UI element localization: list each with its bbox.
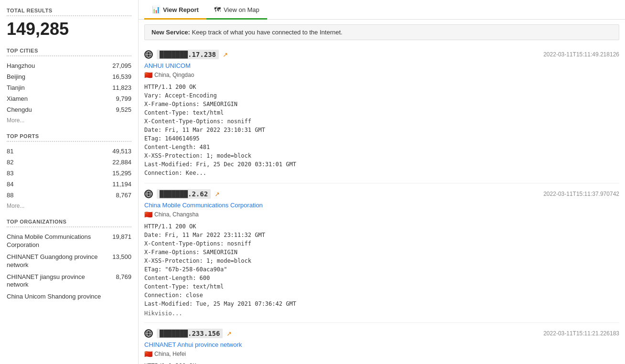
globe-icon [144, 190, 153, 198]
org-link[interactable]: ANHUI UNICOM [144, 62, 191, 69]
total-results-value: 149,285 [7, 19, 131, 39]
result-timestamp: 2022-03-11T15:11:21.226183 [543, 330, 619, 337]
tab-report-label: View Report [163, 6, 199, 13]
port-row: 888,767 [7, 190, 131, 201]
org-name: CHINANET jiangsu province network [7, 273, 102, 289]
port-row: 8222,884 [7, 157, 131, 168]
city-name: Tianjin [7, 84, 25, 91]
location-text: China, Changsha [154, 211, 199, 218]
flag-icon: 🇨🇳 [144, 211, 152, 218]
org-name: China Mobile Communications Corporation [7, 233, 102, 249]
orgs-list: China Mobile Communications Corporation1… [7, 231, 131, 303]
main-panel: 📊 View Report 🗺 View on Map New Service:… [139, 0, 625, 364]
org-name: CHINANET Guangdong province network [7, 253, 102, 269]
ports-more-link[interactable]: More... [7, 203, 24, 209]
city-row: Xiamen9,799 [7, 93, 131, 104]
location-text: China, Hefei [154, 351, 186, 357]
result-ip: ███████.233.156 [157, 329, 223, 338]
org-row: CHINANET jiangsu province network8,769 [7, 271, 131, 291]
tab-map[interactable]: 🗺 View on Map [206, 0, 267, 20]
result-ip-area: ███████.17.238 ↗ [144, 50, 228, 59]
port-name: 81 [7, 148, 13, 155]
result-org: ANHUI UNICOM [144, 62, 619, 69]
external-link-icon[interactable]: ↗ [226, 330, 232, 337]
report-icon: 📊 [152, 6, 160, 13]
port-count: 8,767 [116, 192, 131, 199]
top-orgs-title: TOP ORGANIZATIONS [7, 219, 131, 227]
result-timestamp: 2022-03-11T15:11:37.970742 [543, 191, 619, 197]
result-location: 🇨🇳 China, Changsha [144, 211, 619, 218]
org-count: 8,769 [116, 273, 131, 280]
flag-icon: 🇨🇳 [144, 71, 152, 79]
port-name: 83 [7, 170, 13, 177]
new-service-text: Keep track of what you have connected to… [190, 29, 343, 36]
city-count: 9,525 [116, 106, 131, 113]
org-name: China Unicom Shandong province [7, 293, 101, 301]
result-ip: ███████.17.238 [157, 50, 219, 59]
result-org: China Mobile Communications Corporation [144, 202, 619, 209]
external-link-icon[interactable]: ↗ [215, 191, 220, 198]
port-row: 8315,295 [7, 168, 131, 179]
city-row: Beijing16,539 [7, 71, 131, 82]
result-header: ███████.233.156 ↗ 2022-03-11T15:11:21.22… [144, 329, 619, 338]
port-count: 49,513 [112, 148, 131, 155]
top-ports-title: TOP PORTS [7, 133, 131, 142]
org-link[interactable]: CHINANET Anhui province network [144, 341, 242, 348]
ports-list: 8149,5138222,8848315,2958411,194888,767 [7, 146, 131, 201]
city-count: 9,799 [116, 95, 131, 102]
result-timestamp: 2022-03-11T15:11:49.218126 [543, 51, 619, 58]
external-link-icon[interactable]: ↗ [223, 51, 228, 58]
city-name: Chengdu [7, 106, 32, 113]
result-ip-area: ███████.2.62 ↗ [144, 189, 220, 199]
result-response: HTTP/1.1 200 OK Vary: Accept-Encoding X-… [144, 83, 619, 177]
result-response: HTTP/1.1 200 OK Date: Fri, 11 Mar 2022 2… [144, 362, 619, 364]
cities-list: Hangzhou27,095Beijing16,539Tianjin11,823… [7, 60, 131, 115]
org-row: CHINANET Guangdong province network13,50… [7, 251, 131, 271]
result-header: ███████.2.62 ↗ 2022-03-11T15:11:37.97074… [144, 189, 619, 199]
city-name: Beijing [7, 73, 25, 80]
org-count: 19,871 [112, 233, 131, 240]
result-response: HTTP/1.1 200 OK Date: Fri, 11 Mar 2022 2… [144, 222, 619, 308]
tab-bar: 📊 View Report 🗺 View on Map [139, 0, 625, 20]
new-service-label: New Service: [151, 29, 190, 36]
port-row: 8411,194 [7, 179, 131, 190]
org-row: China Mobile Communications Corporation1… [7, 231, 131, 251]
globe-icon [144, 329, 153, 338]
port-count: 22,884 [112, 159, 131, 166]
location-text: China, Qingdao [154, 72, 194, 78]
port-name: 84 [7, 181, 13, 188]
result-header: ███████.17.238 ↗ 2022-03-11T15:11:49.218… [144, 50, 619, 59]
result-item: ███████.2.62 ↗ 2022-03-11T15:11:37.97074… [144, 183, 619, 323]
org-row: China Unicom Shandong province [7, 291, 131, 303]
total-results-label: TOTAL RESULTS [7, 8, 131, 16]
result-ip-area: ███████.233.156 ↗ [144, 329, 232, 338]
cities-more-link[interactable]: More... [7, 117, 24, 124]
result-item: ███████.233.156 ↗ 2022-03-11T15:11:21.22… [144, 323, 619, 364]
city-count: 16,539 [112, 73, 131, 80]
org-count: 13,500 [112, 253, 131, 260]
port-name: 88 [7, 192, 13, 199]
map-icon: 🗺 [214, 6, 221, 13]
results-list: ███████.17.238 ↗ 2022-03-11T15:11:49.218… [139, 44, 625, 364]
result-ip: ███████.2.62 [157, 189, 211, 199]
globe-icon [144, 50, 153, 59]
city-row: Tianjin11,823 [7, 82, 131, 93]
port-count: 15,295 [112, 170, 131, 177]
port-name: 82 [7, 159, 13, 166]
tab-map-label: View on Map [224, 6, 259, 13]
city-name: Hangzhou [7, 62, 35, 69]
result-location: 🇨🇳 China, Hefei [144, 350, 619, 358]
flag-icon: 🇨🇳 [144, 350, 152, 358]
org-link[interactable]: China Mobile Communications Corporation [144, 202, 263, 209]
city-row: Chengdu9,525 [7, 104, 131, 115]
result-org: CHINANET Anhui province network [144, 341, 619, 348]
tab-report[interactable]: 📊 View Report [144, 0, 206, 20]
result-item: ███████.17.238 ↗ 2022-03-11T15:11:49.218… [144, 44, 619, 183]
city-count: 27,095 [112, 62, 131, 69]
city-name: Xiamen [7, 95, 28, 102]
city-row: Hangzhou27,095 [7, 60, 131, 71]
port-row: 8149,513 [7, 146, 131, 157]
city-count: 11,823 [112, 84, 131, 91]
port-count: 11,194 [112, 181, 131, 188]
top-cities-title: TOP CITIES [7, 48, 131, 56]
